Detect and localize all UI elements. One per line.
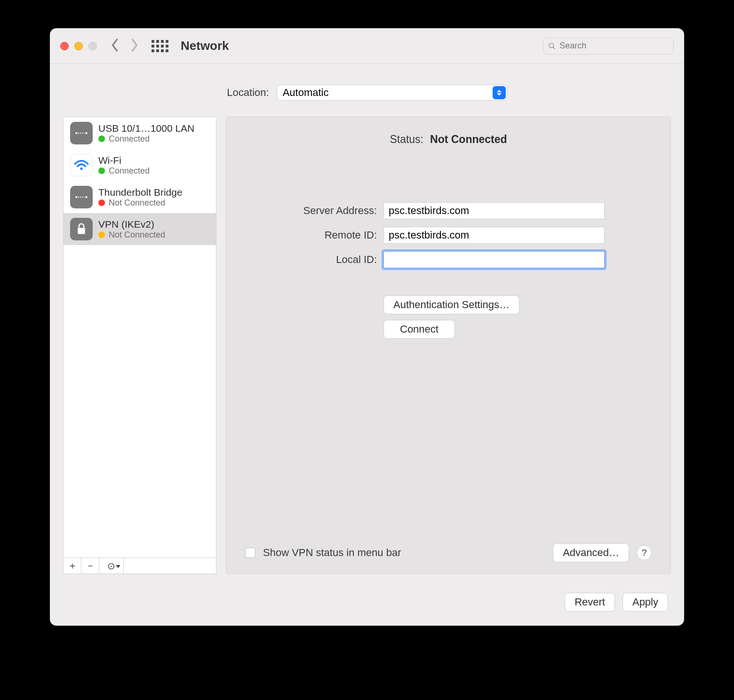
connect-button[interactable]: Connect xyxy=(383,320,455,339)
window-footer: Revert Apply xyxy=(50,583,684,626)
close-window-button[interactable] xyxy=(60,42,69,50)
window-title: Network xyxy=(181,39,229,53)
server-address-input[interactable] xyxy=(383,202,605,219)
advanced-button[interactable]: Advanced… xyxy=(553,543,629,562)
sidebar-footer-spacer xyxy=(124,558,216,573)
service-list: USB 10/1…1000 LAN Connected Wi-Fi xyxy=(64,117,216,557)
location-row: Location: Automatic xyxy=(50,85,684,101)
service-item[interactable]: VPN (IKEv2) Not Connected xyxy=(64,213,216,245)
svg-point-6 xyxy=(75,196,77,198)
svg-point-2 xyxy=(75,132,77,134)
authentication-settings-button[interactable]: Authentication Settings… xyxy=(383,295,519,314)
service-item[interactable]: Wi-Fi Connected xyxy=(64,149,216,181)
status-dot-icon xyxy=(98,167,105,174)
service-name: Thunderbolt Bridge xyxy=(98,187,183,198)
service-sidebar: USB 10/1…1000 LAN Connected Wi-Fi xyxy=(63,117,216,574)
show-all-preferences-button[interactable] xyxy=(152,40,168,52)
vpn-form: Server Address: Remote ID: Local ID: Aut… xyxy=(245,202,652,339)
apply-button[interactable]: Apply xyxy=(622,593,668,612)
remote-id-label: Remote ID: xyxy=(245,229,377,241)
service-name: VPN (IKEv2) xyxy=(98,219,165,230)
service-name: USB 10/1…1000 LAN xyxy=(98,123,194,134)
help-button[interactable]: ? xyxy=(637,545,652,560)
service-item[interactable]: USB 10/1…1000 LAN Connected xyxy=(64,117,216,149)
connection-status: Status: Not Connected xyxy=(245,133,652,146)
service-status: Not Connected xyxy=(98,198,183,208)
network-preferences-window: Network Location: Automatic xyxy=(50,28,684,626)
zoom-window-button[interactable] xyxy=(88,42,97,50)
server-address-row: Server Address: xyxy=(245,202,652,219)
location-select[interactable]: Automatic xyxy=(277,85,507,101)
chevrons-icon xyxy=(493,86,506,99)
back-button[interactable] xyxy=(110,38,120,54)
remove-service-button[interactable]: － xyxy=(81,558,99,573)
remote-id-input[interactable] xyxy=(383,227,605,244)
local-id-label: Local ID: xyxy=(245,254,377,266)
service-status: Connected xyxy=(98,134,194,144)
lock-icon xyxy=(70,218,93,240)
sidebar-footer: ＋ － ⊙ xyxy=(64,557,216,573)
svg-line-1 xyxy=(553,47,555,49)
search-icon xyxy=(548,42,556,50)
location-value: Automatic xyxy=(283,87,329,99)
service-status: Not Connected xyxy=(98,230,165,240)
detail-footer: Show VPN status in menu bar Advanced… ? xyxy=(245,543,652,562)
svg-point-4 xyxy=(86,132,88,134)
service-item[interactable]: Thunderbolt Bridge Not Connected xyxy=(64,181,216,213)
show-vpn-status-label: Show VPN status in menu bar xyxy=(263,547,545,559)
server-address-label: Server Address: xyxy=(245,205,377,217)
svg-rect-9 xyxy=(78,228,85,234)
status-dot-icon xyxy=(98,135,105,142)
status-dot-icon xyxy=(98,231,105,238)
svg-point-8 xyxy=(86,196,88,198)
ethernet-icon xyxy=(70,122,93,144)
svg-point-5 xyxy=(80,167,82,170)
service-detail-pane: Status: Not Connected Server Address: Re… xyxy=(226,117,671,574)
status-value: Not Connected xyxy=(430,133,507,146)
status-label: Status: xyxy=(390,133,423,146)
wifi-icon xyxy=(70,154,93,176)
location-label: Location: xyxy=(227,87,269,99)
service-name: Wi-Fi xyxy=(98,155,150,166)
local-id-row: Local ID: xyxy=(245,251,652,268)
titlebar: Network xyxy=(50,28,684,64)
main-split: USB 10/1…1000 LAN Connected Wi-Fi xyxy=(50,117,684,583)
search-input[interactable] xyxy=(559,41,669,51)
window-controls xyxy=(60,42,97,50)
service-actions-button[interactable]: ⊙ xyxy=(99,558,124,573)
local-id-input[interactable] xyxy=(383,251,605,268)
forward-button[interactable] xyxy=(130,38,139,54)
minimize-window-button[interactable] xyxy=(74,42,83,50)
search-field[interactable] xyxy=(543,38,674,55)
show-vpn-status-checkbox[interactable] xyxy=(245,548,255,558)
nav-arrows xyxy=(110,38,139,54)
thunderbolt-icon xyxy=(70,186,93,208)
remote-id-row: Remote ID: xyxy=(245,227,652,244)
service-status: Connected xyxy=(98,166,150,176)
form-buttons: Authentication Settings… Connect xyxy=(383,295,652,339)
revert-button[interactable]: Revert xyxy=(565,593,615,612)
status-dot-icon xyxy=(98,199,105,206)
add-service-button[interactable]: ＋ xyxy=(64,558,81,573)
